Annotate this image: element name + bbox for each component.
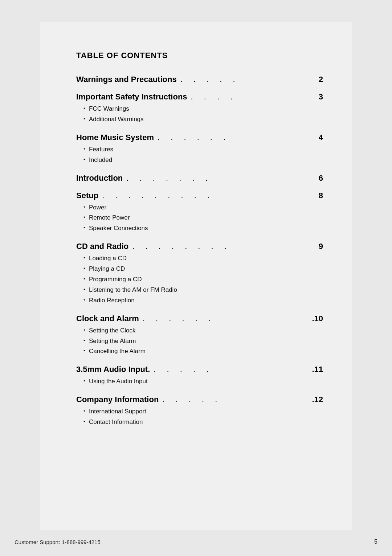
toc-subitem: Contact Information [83,417,323,428]
toc-page-clock-alarm: .10 [312,314,323,323]
toc-subitem: Power [83,203,323,213]
toc-subitem: Speaker Connections [83,223,323,234]
toc-page-introduction: 6 [319,173,323,183]
toc-dots-clock-alarm: . . . . . . [143,314,215,323]
toc-entry-cd-radio: CD and Radio. . . . . . . .9Loading a CD… [76,242,323,306]
toc-heading-warnings: Warnings and Precautions [76,75,177,84]
page-content: TABLE OF CONTENTS Warnings and Precautio… [40,22,352,530]
toc-title: TABLE OF CONTENTS [76,51,323,60]
toc-subitem: Loading a CD [83,253,323,264]
toc-sublist-audio-input: Using the Audio Input [83,376,323,387]
toc-entry-warnings: Warnings and Precautions. . . . .2 [76,75,323,84]
toc-sublist-clock-alarm: Setting the ClockSetting the AlarmCancel… [83,326,323,357]
toc-sublist-home-music: FeaturesIncluded [83,144,323,165]
toc-dots-safety: . . . . [191,92,237,102]
toc-subitem: Programming a CD [83,274,323,285]
toc-heading-clock-alarm: Clock and Alarm [76,314,139,323]
toc-page-setup: 8 [319,191,323,200]
toc-heading-home-music: Home Music System [76,133,154,142]
toc-heading-company: Company Information [76,395,159,404]
toc-heading-safety: Important Safety Instructions [76,92,187,102]
toc-page-company: .12 [312,395,323,404]
toc-subitem: Setting the Clock [83,326,323,336]
toc-dots-cd-radio: . . . . . . . . [132,242,231,251]
toc-subitem: Included [83,155,323,165]
toc-subitem: Radio Reception [83,295,323,306]
toc-subitem: Setting the Alarm [83,336,323,347]
toc-entry-clock-alarm: Clock and Alarm. . . . . ..10Setting the… [76,314,323,357]
toc-page-cd-radio: 9 [319,242,323,251]
toc-sublist-safety: FCC WarningsAdditional Warnings [83,104,323,125]
toc-entry-company: Company Information. . . . ..12Internati… [76,395,323,428]
toc-heading-audio-input: 3.5mm Audio Input. [76,365,150,374]
toc-sublist-cd-radio: Loading a CDPlaying a CDProgramming a CD… [83,253,323,306]
toc-page-warnings: 2 [319,75,323,84]
toc-entry-home-music: Home Music System. . . . . .4FeaturesInc… [76,133,323,165]
toc-heading-introduction: Introduction [76,173,123,183]
toc-subitem: Features [83,144,323,155]
footer: Customer Support: 1-888-999-4215 5 [0,539,392,545]
toc-subitem: Remote Power [83,213,323,223]
footer-line [15,524,377,524]
toc-sublist-setup: PowerRemote PowerSpeaker Connections [83,203,323,234]
toc-subitem: Playing a CD [83,264,323,274]
toc-dots-introduction: . . . . . . . [126,173,212,183]
toc-dots-warnings: . . . . . [180,75,240,84]
toc-page-safety: 3 [319,92,323,102]
toc-heading-cd-radio: CD and Radio [76,242,128,251]
toc-dots-company: . . . . . [162,395,221,404]
toc-page-home-music: 4 [319,133,323,142]
toc-page-audio-input: .11 [312,365,323,374]
toc-subitem: International Support [83,406,323,417]
toc-heading-setup: Setup [76,191,98,200]
footer-support: Customer Support: 1-888-999-4215 [15,539,101,545]
toc-subitem: Cancelling the Alarm [83,346,323,357]
footer-page-number: 5 [374,539,377,545]
toc-subitem: Using the Audio Input [83,376,323,387]
toc-subitem: Additional Warnings [83,114,323,125]
toc-sublist-company: International SupportContact Information [83,406,323,428]
toc-entry-audio-input: 3.5mm Audio Input.. . . . ..11Using the … [76,365,323,387]
toc-entry-setup: Setup. . . . . . . . .8PowerRemote Power… [76,191,323,234]
toc-dots-home-music: . . . . . . [158,133,230,142]
toc-dots-setup: . . . . . . . . . [102,191,214,200]
toc-subitem: FCC Warnings [83,104,323,114]
toc-subitem: Listening to the AM or FM Radio [83,285,323,295]
toc-dots-audio-input: . . . . . [154,365,213,374]
toc-entries: Warnings and Precautions. . . . .2Import… [76,75,323,428]
toc-entry-introduction: Introduction. . . . . . .6 [76,173,323,183]
toc-entry-safety: Important Safety Instructions. . . .3FCC… [76,92,323,125]
